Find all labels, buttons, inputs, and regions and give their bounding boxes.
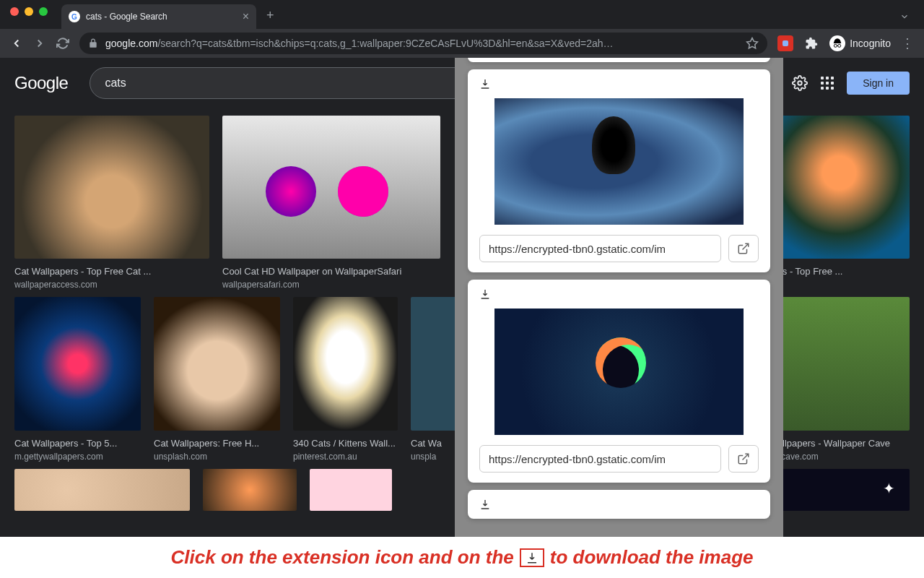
window-controls <box>10 7 48 16</box>
settings-gear-icon[interactable] <box>792 75 808 91</box>
image-downloader-extension-icon[interactable] <box>777 35 793 51</box>
result-title: pers - Top Free ... <box>769 266 910 277</box>
new-tab-button[interactable]: + <box>266 8 274 23</box>
incognito-indicator: Incognito <box>829 35 891 51</box>
open-link-button[interactable] <box>728 235 759 262</box>
tab-title: cats - Google Search <box>86 12 237 22</box>
download-icon[interactable] <box>479 78 491 90</box>
result-item[interactable]: Cat Wallpapers: Free H... unsplash.com <box>154 297 280 462</box>
svg-point-2 <box>838 44 841 47</box>
result-thumbnail[interactable] <box>14 116 209 259</box>
browser-menu-icon[interactable]: ⋮ <box>901 35 914 51</box>
download-icon[interactable] <box>479 499 491 510</box>
search-value: cats <box>105 77 126 90</box>
tab-bar: G cats - Google Search × + <box>0 0 924 29</box>
result-source: unsplash.com <box>154 452 280 462</box>
popup-image-preview <box>494 98 744 225</box>
download-icon-box <box>520 548 544 567</box>
instruction-banner: Click on the extension icon and on the t… <box>0 537 924 578</box>
result-item[interactable]: pers - Top Free ... <box>769 116 910 290</box>
popup-image-card <box>468 69 770 272</box>
result-source: m.gettywallpapers.com <box>14 452 141 462</box>
result-thumbnail[interactable] <box>14 297 141 431</box>
svg-marker-0 <box>747 38 758 48</box>
result-source: wallpaperaccess.com <box>14 280 209 290</box>
svg-point-4 <box>798 81 802 85</box>
google-logo[interactable]: Google <box>14 73 68 93</box>
result-thumbnail[interactable] <box>310 469 392 511</box>
incognito-icon <box>829 35 845 51</box>
incognito-label: Incognito <box>850 38 891 49</box>
result-thumbnail[interactable] <box>293 297 398 431</box>
extension-popup <box>455 58 783 537</box>
image-url-input[interactable] <box>479 445 721 473</box>
address-bar: google.com/search?q=cats&tbm=isch&chips=… <box>0 29 924 58</box>
extensions-icon[interactable] <box>803 35 819 51</box>
download-icon[interactable] <box>479 288 491 300</box>
result-source: percave.com <box>769 452 910 462</box>
result-thumbnail[interactable] <box>203 469 297 511</box>
result-thumbnail[interactable] <box>222 116 440 259</box>
result-source: unspla <box>411 452 461 462</box>
result-thumbnail[interactable] <box>769 116 910 259</box>
tab-overflow-icon[interactable] <box>899 12 910 22</box>
result-title: 340 Cats / Kittens Wall... <box>293 438 398 449</box>
popup-image-preview <box>494 309 744 435</box>
lock-icon <box>88 38 98 48</box>
banner-text: Click on the extension icon and on the <box>171 546 514 569</box>
result-thumbnail[interactable] <box>411 297 461 431</box>
url-text: google.com/search?q=cats&tbm=isch&chips=… <box>105 38 738 49</box>
result-item[interactable]: Cat Wa unspla <box>411 297 461 462</box>
forward-button[interactable] <box>33 37 46 50</box>
result-title: Cool Cat HD Wallpaper on WallpaperSafari <box>222 266 440 277</box>
banner-text: to download the image <box>550 546 754 569</box>
result-title: Wallpapers - Wallpaper Cave <box>769 438 910 449</box>
popup-image-card <box>468 280 770 483</box>
tab-close-icon[interactable]: × <box>243 10 249 23</box>
result-title: Cat Wallpapers: Free H... <box>154 438 280 449</box>
bookmark-star-icon[interactable] <box>746 37 759 50</box>
result-thumbnail[interactable] <box>154 297 280 431</box>
result-title: Cat Wallpapers - Top 5... <box>14 438 141 449</box>
browser-tab[interactable]: G cats - Google Search × <box>61 4 256 29</box>
minimize-window-icon[interactable] <box>25 7 33 16</box>
result-item[interactable]: Cool Cat HD Wallpaper on WallpaperSafari… <box>222 116 440 290</box>
result-title: Cat Wallpapers - Top Free Cat ... <box>14 266 209 277</box>
open-link-button[interactable] <box>728 445 759 473</box>
result-item[interactable]: Wallpapers - Wallpaper Cave percave.com <box>769 297 910 462</box>
result-source: pinterest.com.au <box>293 452 398 462</box>
result-item[interactable]: Cat Wallpapers - Top 5... m.gettywallpap… <box>14 297 141 462</box>
back-button[interactable] <box>10 37 23 50</box>
google-apps-icon[interactable] <box>821 77 834 90</box>
close-window-icon[interactable] <box>10 7 19 16</box>
reload-button[interactable] <box>56 37 69 50</box>
svg-point-1 <box>834 44 837 47</box>
image-url-input[interactable] <box>479 235 721 262</box>
result-thumbnail[interactable] <box>14 469 190 511</box>
result-item[interactable]: Cat Wallpapers - Top Free Cat ... wallpa… <box>14 116 209 290</box>
url-box[interactable]: google.com/search?q=cats&tbm=isch&chips=… <box>79 33 767 54</box>
result-source: wallpapersafari.com <box>222 280 440 290</box>
result-thumbnail[interactable] <box>769 297 910 431</box>
result-item[interactable]: 340 Cats / Kittens Wall... pinterest.com… <box>293 297 398 462</box>
result-title: Cat Wa <box>411 438 461 449</box>
google-favicon-icon: G <box>69 11 80 22</box>
maximize-window-icon[interactable] <box>39 7 48 16</box>
popup-image-card <box>468 490 770 519</box>
signin-button[interactable]: Sign in <box>847 72 910 95</box>
popup-image-card <box>468 58 770 62</box>
